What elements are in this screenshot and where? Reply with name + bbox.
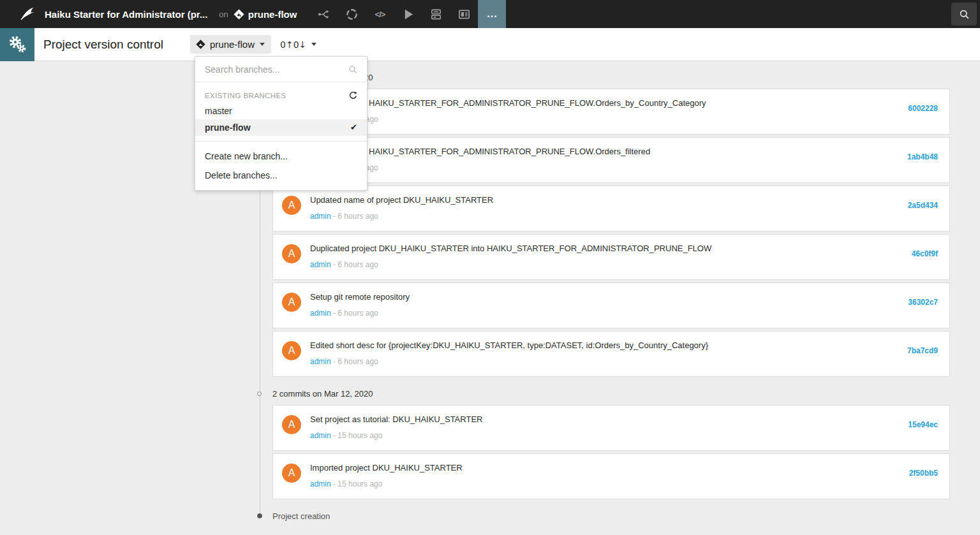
dataiku-logo-icon[interactable]	[19, 6, 36, 22]
create-new-branch-item[interactable]: Create new branch...	[195, 147, 367, 166]
commit-author-link[interactable]: admin	[310, 212, 331, 221]
commit-meta: admin - 15 hours ago	[310, 431, 382, 440]
commit-meta: admin - 15 hours ago	[310, 480, 382, 488]
commit-group-header: 2 commits on Mar 12, 2020	[272, 389, 950, 400]
commit-card: A HAIKU_STARTER_FOR_ADMINISTRATOR_PRUNE_…	[272, 137, 950, 183]
commit-timeline: 6 commits on Mar 13, 2020 A HAIKU_STARTE…	[0, 61, 980, 535]
author-avatar: A	[282, 464, 301, 483]
page-title: Project version control	[43, 38, 189, 52]
menu-divider	[195, 141, 367, 142]
commit-card: A Imported project DKU_HAIKU_STARTER adm…	[272, 453, 950, 499]
project-title[interactable]: Haiku Starter for Administrator (pr...	[45, 9, 207, 20]
commit-group: 6 commits on Mar 13, 2020 A HAIKU_STARTE…	[272, 73, 950, 377]
commit-message: HAIKU_STARTER_FOR_ADMINISTRATOR_PRUNE_FL…	[369, 98, 873, 108]
commit-author-link[interactable]: admin	[310, 480, 331, 488]
settings-gears-icon	[0, 28, 34, 61]
on-label: on	[219, 10, 228, 19]
dashboards-icon[interactable]	[450, 0, 478, 28]
lab-icon[interactable]	[338, 0, 366, 28]
existing-branches-section: EXISTING BRANCHES	[195, 89, 367, 103]
current-branch-name: prune-flow	[248, 9, 297, 20]
ahead-behind-counter: 0↑0↓	[280, 40, 306, 50]
commit-timestamp: - 6 hours ago	[333, 260, 378, 269]
commit-hash-link[interactable]: 2a5d434	[908, 201, 938, 210]
author-avatar: A	[282, 244, 301, 263]
timeline-end-marker-icon	[257, 513, 262, 518]
flow-icon[interactable]	[309, 0, 338, 28]
commit-timestamp: - 15 hours ago	[333, 431, 382, 440]
commit-meta: admin - 6 hours ago	[310, 260, 378, 269]
jobs-icon[interactable]	[394, 0, 422, 28]
commit-card: A HAIKU_STARTER_FOR_ADMINISTRATOR_PRUNE_…	[272, 89, 950, 135]
top-navigation-bar: Haiku Starter for Administrator (pr... o…	[0, 0, 980, 28]
commit-timestamp: - 15 hours ago	[333, 480, 382, 488]
commit-card: A Updated name of project DKU_HAIKU_STAR…	[272, 186, 950, 231]
author-avatar: A	[282, 293, 301, 312]
commit-hash-link[interactable]: 6002228	[908, 104, 938, 113]
branch-selector-button[interactable]: prune-flow	[190, 35, 271, 54]
branch-menu-item[interactable]: prune-flow ✔	[195, 119, 367, 136]
author-avatar: A	[282, 415, 301, 434]
delete-branches-item[interactable]: Delete branches...	[195, 166, 367, 185]
commit-meta: admin - 6 hours ago	[310, 357, 378, 366]
commit-card: A Duplicated project DKU_HAIKU_STARTER i…	[272, 234, 950, 280]
branch-diamond-icon	[234, 9, 244, 20]
chevron-down-icon	[260, 43, 265, 46]
chevron-down-icon	[311, 43, 316, 46]
search-icon	[348, 65, 357, 74]
commit-hash-link[interactable]: 1ab4b48	[907, 152, 938, 161]
commit-message: Edited short desc for {projectKey:DKU_HA…	[310, 341, 873, 350]
search-icon[interactable]	[951, 3, 977, 26]
branch-search-row	[195, 57, 367, 82]
more-icon[interactable]: ...	[478, 0, 506, 28]
current-branch-indicator: prune-flow	[234, 9, 297, 20]
commit-hash-link[interactable]: 7ba7cd9	[907, 346, 938, 355]
commit-author-link[interactable]: admin	[310, 309, 331, 318]
branch-dropdown-menu: EXISTING BRANCHES master prune-flow ✔ Cr…	[195, 56, 368, 191]
commit-hash-link[interactable]: 15e94ec	[908, 420, 938, 429]
commit-card: A Edited short desc for {projectKey:DKU_…	[272, 331, 950, 377]
refresh-icon[interactable]	[348, 91, 357, 100]
page-header: Project version control prune-flow 0↑0↓	[0, 28, 980, 61]
commit-timestamp: - 6 hours ago	[333, 309, 378, 318]
commit-message: Set project as tutorial: DKU_HAIKU_START…	[310, 414, 873, 424]
commit-author-link[interactable]: admin	[310, 431, 331, 440]
commit-author-link[interactable]: admin	[310, 357, 331, 366]
sync-status-dropdown[interactable]: 0↑0↓	[280, 40, 316, 50]
commit-card: A Set project as tutorial: DKU_HAIKU_STA…	[272, 405, 950, 451]
timeline-group-marker-icon	[257, 392, 262, 396]
commit-card: A Setup git remote repository admin - 6 …	[272, 282, 950, 328]
commit-message: HAIKU_STARTER_FOR_ADMINISTRATOR_PRUNE_FL…	[369, 147, 873, 156]
commit-meta: admin - 6 hours ago	[310, 212, 378, 221]
branch-selector-label: prune-flow	[210, 39, 255, 50]
commit-message: Duplicated project DKU_HAIKU_STARTER int…	[310, 244, 873, 253]
commit-message: Setup git remote repository	[310, 292, 873, 302]
project-creation-label: Project creation	[272, 511, 330, 521]
author-avatar: A	[282, 341, 301, 360]
commit-hash-link[interactable]: 46c0f9f	[912, 249, 938, 258]
commit-timestamp: - 6 hours ago	[333, 212, 378, 221]
code-icon[interactable]: </>	[366, 0, 394, 28]
commit-message: Imported project DKU_HAIKU_STARTER	[310, 463, 873, 473]
branch-menu-item[interactable]: master	[195, 103, 367, 119]
commit-group: 2 commits on Mar 12, 2020 A Set project …	[272, 389, 950, 499]
commit-hash-link[interactable]: 2f50bb5	[909, 469, 938, 478]
commit-group-header: 6 commits on Mar 13, 2020	[272, 73, 950, 84]
commit-author-link[interactable]: admin	[310, 260, 331, 269]
commit-meta: admin - 6 hours ago	[310, 309, 378, 318]
project-creation-row: Project creation	[272, 511, 950, 522]
branch-diamond-icon	[196, 40, 205, 49]
branch-name: master	[205, 103, 357, 119]
top-nav-icon-group: </> ...	[309, 0, 506, 28]
commit-timestamp: - 6 hours ago	[333, 357, 378, 366]
branch-name: prune-flow	[205, 119, 350, 136]
search-branches-input[interactable]	[205, 64, 348, 75]
check-icon: ✔	[350, 119, 357, 136]
commit-hash-link[interactable]: 36302c7	[908, 298, 938, 307]
automation-icon[interactable]	[422, 0, 450, 28]
author-avatar: A	[282, 196, 301, 215]
existing-branches-label: EXISTING BRANCHES	[205, 92, 348, 99]
commit-message: Updated name of project DKU_HAIKU_STARTE…	[310, 195, 873, 205]
